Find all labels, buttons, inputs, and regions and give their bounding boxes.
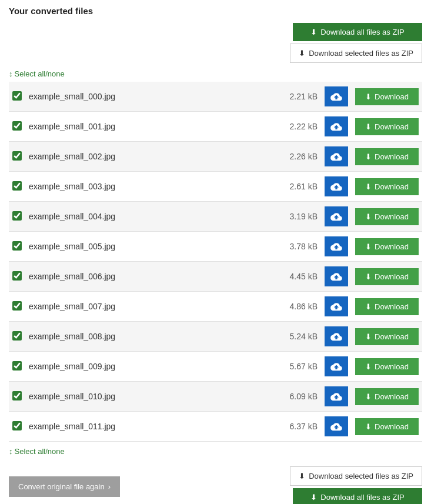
select-all-bottom-link[interactable]: ↕ Select all/none xyxy=(9,447,65,456)
download-arrow-icon: ⬇ xyxy=(365,362,372,371)
file-size: 3.78 kB xyxy=(274,232,321,262)
upload-button[interactable] xyxy=(325,326,348,346)
download-all-bottom-icon: ⬇ xyxy=(310,493,317,502)
cloud-upload-icon xyxy=(330,241,342,252)
convert-again-button[interactable]: Convert original file again › xyxy=(9,476,120,497)
upload-button[interactable] xyxy=(325,416,348,436)
file-checkbox[interactable] xyxy=(12,361,22,371)
file-name: example_small_000.jpg xyxy=(25,82,274,112)
select-all-arrow-bottom-icon: ↕ xyxy=(9,447,13,456)
bottom-right-buttons: ⬇ Download selected files as ZIP ⬇ Downl… xyxy=(290,466,422,504)
chevron-right-icon: › xyxy=(108,482,111,491)
table-row: example_small_003.jpg2.61 kB ⬇Download xyxy=(9,172,422,202)
file-checkbox[interactable] xyxy=(12,121,22,131)
upload-button[interactable] xyxy=(325,206,348,226)
file-size: 6.09 kB xyxy=(274,382,321,412)
download-label: Download xyxy=(375,242,409,251)
cloud-upload-icon xyxy=(330,151,342,162)
download-button[interactable]: ⬇Download xyxy=(355,358,419,375)
download-button[interactable]: ⬇Download xyxy=(355,268,419,285)
table-row: example_small_009.jpg5.67 kB ⬇Download xyxy=(9,352,422,382)
download-arrow-icon: ⬇ xyxy=(365,182,372,191)
download-arrow-icon: ⬇ xyxy=(365,92,372,101)
file-size: 2.21 kB xyxy=(274,82,321,112)
table-row: example_small_006.jpg4.45 kB ⬇Download xyxy=(9,262,422,292)
upload-button[interactable] xyxy=(325,176,348,196)
upload-button[interactable] xyxy=(325,116,348,136)
table-row: example_small_004.jpg3.19 kB ⬇Download xyxy=(9,202,422,232)
file-name: example_small_010.jpg xyxy=(25,382,274,412)
select-all-top-label: Select all/none xyxy=(15,69,65,78)
select-all-arrow-icon: ↕ xyxy=(9,69,13,78)
download-button[interactable]: ⬇Download xyxy=(355,418,419,435)
download-selected-zip-bottom-button[interactable]: ⬇ Download selected files as ZIP xyxy=(290,466,422,486)
file-checkbox[interactable] xyxy=(12,331,22,341)
cloud-upload-icon xyxy=(330,331,342,342)
file-checkbox[interactable] xyxy=(12,91,22,101)
file-checkbox[interactable] xyxy=(12,151,22,161)
upload-button[interactable] xyxy=(325,296,348,316)
cloud-upload-icon xyxy=(330,181,342,192)
file-size: 2.26 kB xyxy=(274,142,321,172)
file-name: example_small_002.jpg xyxy=(25,142,274,172)
file-size: 4.45 kB xyxy=(274,262,321,292)
file-name: example_small_001.jpg xyxy=(25,112,274,142)
table-row: example_small_000.jpg2.21 kB ⬇Download xyxy=(9,82,422,112)
upload-button[interactable] xyxy=(325,386,348,406)
convert-again-label: Convert original file again xyxy=(18,482,105,491)
download-all-zip-top-button[interactable]: ⬇ Download all files as ZIP xyxy=(293,23,422,41)
cloud-upload-icon xyxy=(330,271,342,282)
table-row: example_small_005.jpg3.78 kB ⬇Download xyxy=(9,232,422,262)
download-selected-zip-top-button[interactable]: ⬇ Download selected files as ZIP xyxy=(290,44,422,63)
table-row: example_small_007.jpg4.86 kB ⬇Download xyxy=(9,292,422,322)
file-name: example_small_006.jpg xyxy=(25,262,274,292)
download-all-zip-bottom-button[interactable]: ⬇ Download all files as ZIP xyxy=(293,488,422,504)
file-size: 3.19 kB xyxy=(274,202,321,232)
file-checkbox[interactable] xyxy=(12,241,22,251)
file-checkbox[interactable] xyxy=(12,271,22,281)
bottom-buttons-area: Convert original file again › ⬇ Download… xyxy=(9,466,422,504)
file-name: example_small_004.jpg xyxy=(25,202,274,232)
file-size: 5.67 kB xyxy=(274,352,321,382)
download-label: Download xyxy=(375,392,409,401)
download-selected-zip-top-label: Download selected files as ZIP xyxy=(309,49,413,58)
file-size: 2.61 kB xyxy=(274,172,321,202)
download-arrow-icon: ⬇ xyxy=(365,392,372,401)
file-checkbox[interactable] xyxy=(12,181,22,191)
file-checkbox[interactable] xyxy=(12,421,22,430)
download-selected-zip-bottom-label: Download selected files as ZIP xyxy=(309,472,413,480)
download-selected-icon-bottom: ⬇ xyxy=(299,472,305,480)
download-button[interactable]: ⬇Download xyxy=(355,148,419,165)
upload-button[interactable] xyxy=(325,236,348,256)
download-button[interactable]: ⬇Download xyxy=(355,208,419,225)
upload-button[interactable] xyxy=(325,356,348,376)
download-button[interactable]: ⬇Download xyxy=(355,88,419,105)
download-all-zip-bottom-label: Download all files as ZIP xyxy=(320,493,404,502)
table-row: example_small_011.jpg6.37 kB ⬇Download xyxy=(9,412,422,442)
upload-button[interactable] xyxy=(325,266,348,286)
table-row: example_small_002.jpg2.26 kB ⬇Download xyxy=(9,142,422,172)
download-button[interactable]: ⬇Download xyxy=(355,238,419,255)
download-button[interactable]: ⬇Download xyxy=(355,388,419,405)
download-label: Download xyxy=(375,272,409,281)
file-name: example_small_003.jpg xyxy=(25,172,274,202)
download-label: Download xyxy=(375,212,409,221)
download-button[interactable]: ⬇Download xyxy=(355,118,419,135)
download-label: Download xyxy=(375,332,409,341)
file-size: 2.22 kB xyxy=(274,112,321,142)
file-checkbox[interactable] xyxy=(12,391,22,400)
download-button[interactable]: ⬇Download xyxy=(355,328,419,345)
select-all-top-link[interactable]: ↕ Select all/none xyxy=(9,69,65,78)
file-checkbox[interactable] xyxy=(12,301,22,311)
file-size: 5.24 kB xyxy=(274,322,321,352)
file-checkbox[interactable] xyxy=(12,211,22,221)
table-row: example_small_001.jpg2.22 kB ⬇Download xyxy=(9,112,422,142)
download-button[interactable]: ⬇Download xyxy=(355,298,419,315)
top-buttons-area: ⬇ Download all files as ZIP ⬇ Download s… xyxy=(9,23,422,63)
download-label: Download xyxy=(375,182,409,191)
upload-button[interactable] xyxy=(325,146,348,166)
download-arrow-icon: ⬇ xyxy=(365,122,372,131)
upload-button[interactable] xyxy=(325,86,348,106)
download-button[interactable]: ⬇Download xyxy=(355,178,419,195)
download-label: Download xyxy=(375,122,409,131)
